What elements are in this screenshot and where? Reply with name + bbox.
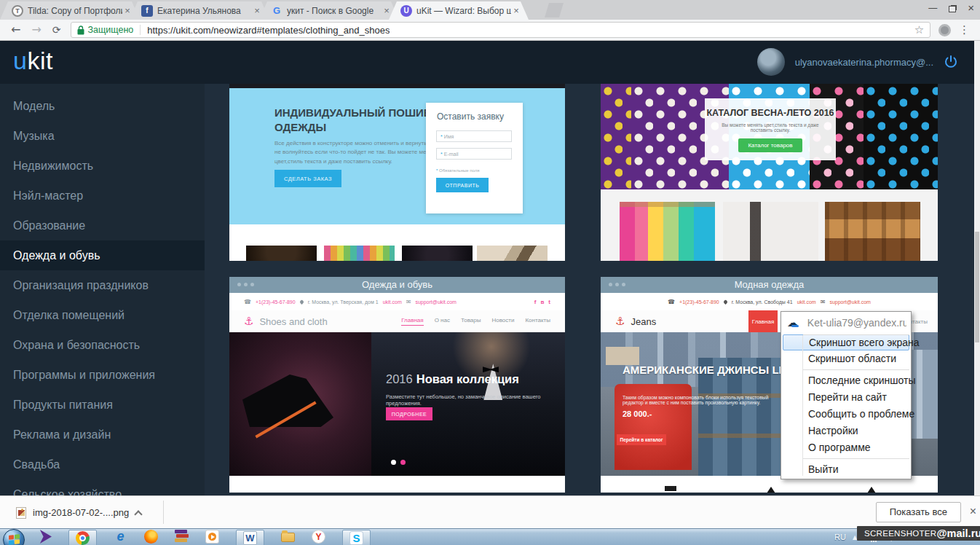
sidebar-item-model[interactable]: Модель — [0, 91, 205, 121]
kmplayer-icon[interactable] — [38, 530, 52, 544]
skype-taskbar-button[interactable]: S — [342, 530, 371, 545]
facebook-icon: f — [534, 299, 537, 305]
download-bar-separator — [163, 501, 164, 524]
gallery-thumbnail — [402, 246, 473, 261]
menu-item-settings[interactable]: Настройки — [781, 423, 911, 439]
template-card-shoes[interactable]: Одежда и обувь ☎ +1(23)-45-67-890 г. Мос… — [229, 277, 565, 493]
language-indicator[interactable]: RU — [834, 533, 846, 541]
yandex-browser-icon[interactable]: Y — [312, 530, 325, 544]
sidebar-item-events[interactable]: Организация праздников — [0, 270, 205, 300]
logo-letters-kit: kit — [27, 47, 53, 74]
collection-subtitle: Разместите тут небольшое, но заманчивое … — [386, 393, 557, 407]
browser-tab-facebook[interactable]: f Екатерина Ульянова × — [130, 1, 269, 20]
mail-icon: ✉ — [821, 299, 826, 305]
tab-close-icon[interactable]: × — [252, 6, 262, 16]
back-button[interactable]: ← — [11, 24, 20, 36]
partial-section-glyph — [767, 487, 775, 493]
chevron-up-icon[interactable] — [135, 510, 143, 518]
tab-close-icon[interactable]: × — [122, 6, 133, 16]
page-scrollbar[interactable] — [974, 41, 980, 495]
address-bar[interactable]: Защищено https://ukit.com/neowizard#temp… — [71, 22, 931, 38]
media-player-icon[interactable] — [205, 530, 219, 544]
menu-item-exit[interactable]: Выйти — [781, 461, 911, 478]
internet-explorer-icon[interactable]: e — [114, 530, 127, 544]
tilda-favicon-icon: T — [12, 5, 23, 17]
watermark-brand: @mail.ru — [936, 528, 980, 539]
logo-letter-u: u — [13, 47, 27, 74]
tab-close-icon[interactable]: × — [382, 6, 392, 16]
screenshoter-extension-icon[interactable] — [938, 24, 951, 36]
sidebar-item-food[interactable]: Продукты питания — [0, 390, 205, 420]
browser-tab-tilda[interactable]: T Tilda: Copy of Портфоли × — [0, 1, 140, 20]
browser-tab-google[interactable]: G укит - Поиск в Google × — [259, 1, 399, 20]
mock-window-title: Одежда и обувь — [362, 279, 432, 290]
sidebar-item-software[interactable]: Программы и приложения — [0, 360, 205, 390]
mock-browser-titlebar: Одежда и обувь — [229, 277, 565, 293]
refresh-button[interactable]: ⟳ — [52, 25, 61, 35]
sidebar-item-nail[interactable]: Нэйл-мастер — [0, 181, 205, 211]
photo-clothes-rack — [620, 202, 715, 261]
partial-section-glyph — [665, 486, 676, 491]
new-tab-button[interactable] — [545, 3, 564, 17]
window-minimize-button[interactable]: — — [928, 1, 937, 15]
sidebar-item-clothing-selected[interactable]: Одежда и обувь — [0, 240, 205, 270]
fabric-stripe — [601, 84, 631, 189]
browser-menu-icon[interactable]: ⋮ — [959, 23, 970, 36]
ukit-logo[interactable]: ukit — [13, 47, 53, 75]
chrome-taskbar-button[interactable] — [68, 530, 97, 545]
avatar[interactable] — [757, 48, 785, 76]
goto-catalog-button: Перейти в каталог — [617, 434, 666, 445]
sidebar-item-realestate[interactable]: Недвижимость — [0, 151, 205, 181]
template-card-sewing[interactable]: ИНДИВИДУАЛЬНЫЙ ПОШИВ ОДЕЖДЫ Все действия… — [229, 84, 565, 261]
sidebar-item-education[interactable]: Образование — [0, 211, 205, 240]
menu-item-about[interactable]: О программе — [781, 439, 911, 456]
name-placeholder: Имя — [444, 134, 454, 139]
word-taskbar-button[interactable]: W — [236, 530, 264, 545]
brand-name: Jeans — [631, 316, 656, 327]
template-card-catalog[interactable]: КАТАЛОГ ВЕСНА-ЛЕТО 2016 Вы можете менять… — [601, 84, 938, 261]
photo-store-interior — [825, 202, 920, 261]
user-email[interactable]: ulyanovaekaterina.phormacy@... — [795, 57, 933, 68]
explorer-folder-icon[interactable] — [281, 533, 295, 542]
window-restore-button[interactable] — [949, 4, 956, 12]
menu-item-recent-screenshots[interactable]: Последние скриншоты — [781, 372, 911, 389]
sewing-order-button: СДЕЛАТЬ ЗАКАЗ — [274, 170, 341, 187]
sidebar-item-interior[interactable]: Отделка помещений — [0, 300, 205, 330]
downloaded-file-chip[interactable]: img-2018-07-02-....png — [10, 502, 147, 523]
security-label[interactable]: Защищено — [88, 25, 134, 35]
cloud-swoosh-icon — [791, 325, 799, 327]
menu-item-screenshot-area[interactable]: Скриншот области — [781, 350, 911, 367]
download-bar-close-icon[interactable]: × — [970, 505, 976, 518]
url-text[interactable]: https://ukit.com/neowizard#templates/clo… — [147, 25, 390, 36]
site-link: ukit.com — [383, 299, 402, 305]
sidebar-item-agriculture[interactable]: Сельское хозяйство — [0, 479, 205, 495]
firefox-icon[interactable] — [144, 530, 158, 544]
catalog-title: КАТАЛОГ ВЕСНА-ЛЕТО 2016 — [705, 108, 836, 118]
sewing-lead-form: Оставить заявку *Имя *E-mail * Обязатель… — [426, 103, 523, 213]
browser-tab-ukit-active[interactable]: U uKit — Wizard: Выбор ш × — [389, 1, 529, 20]
word-icon: W — [243, 531, 257, 545]
menu-item-report-problem[interactable]: Сообщить о проблеме — [781, 406, 911, 423]
window-close-button[interactable]: × — [968, 1, 974, 15]
lock-icon — [77, 26, 84, 35]
start-button[interactable] — [3, 529, 25, 545]
tab-close-icon[interactable]: × — [511, 6, 521, 16]
menu-item-goto-site[interactable]: Перейти на сайт — [781, 389, 911, 406]
sidebar-item-security[interactable]: Охрана и безопасность — [0, 330, 205, 360]
skype-icon: S — [349, 531, 363, 545]
bookmark-star-icon[interactable]: ☆ — [914, 23, 924, 36]
catalog-hero: КАТАЛОГ ВЕСНА-ЛЕТО 2016 Вы можете менять… — [601, 84, 938, 189]
ukit-favicon-icon: U — [400, 5, 412, 17]
sidebar-item-music[interactable]: Музыка — [0, 121, 205, 151]
logout-power-icon[interactable] — [944, 55, 958, 69]
sidebar-item-wedding[interactable]: Свадьба — [0, 450, 205, 479]
required-note: * Обязательные поля — [436, 168, 479, 173]
forward-button[interactable]: → — [31, 24, 41, 36]
mock-window-dots-icon — [237, 283, 254, 286]
mock-window-title: Модная одежда — [735, 279, 805, 290]
scrollbar-thumb[interactable] — [975, 232, 979, 342]
show-all-downloads-button[interactable]: Показать все — [876, 502, 961, 522]
winrar-icon[interactable] — [175, 530, 189, 544]
catalog-overlay: КАТАЛОГ ВЕСНА-ЛЕТО 2016 Вы можете менять… — [705, 98, 836, 160]
sidebar-item-advertising[interactable]: Реклама и дизайн — [0, 420, 205, 450]
